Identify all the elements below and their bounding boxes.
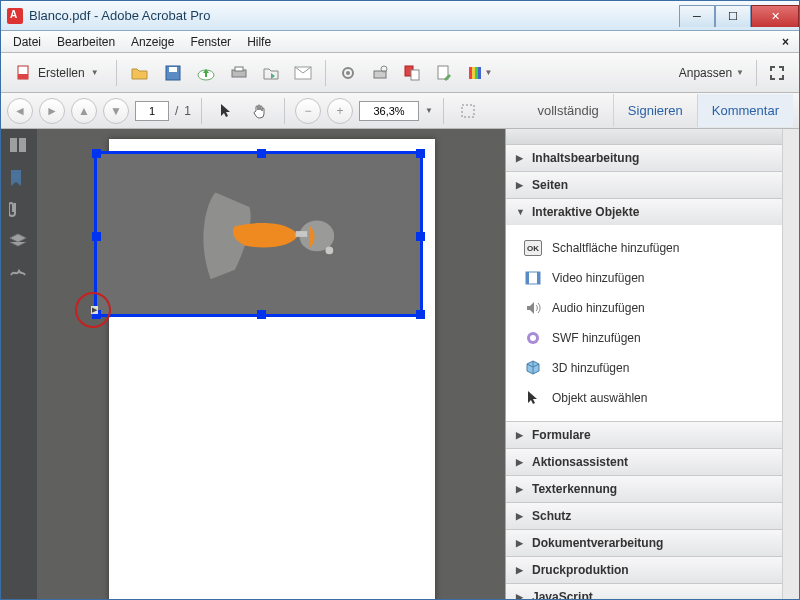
rainbow-icon — [467, 65, 483, 81]
chevron-down-icon: ▼ — [516, 207, 526, 217]
envelope-icon — [294, 66, 312, 80]
section-javascript[interactable]: ▶JavaScript — [506, 584, 782, 599]
tools-panel: ▶Inhaltsbearbeitung ▶Seiten ▼Interaktive… — [505, 129, 799, 599]
resize-handle-e[interactable] — [416, 232, 425, 241]
menu-help[interactable]: Hilfe — [239, 32, 279, 52]
resize-handle-s[interactable] — [257, 310, 266, 319]
close-button[interactable]: ✕ — [751, 5, 799, 27]
marquee-zoom-button[interactable] — [454, 97, 482, 125]
section-content-editing[interactable]: ▶Inhaltsbearbeitung — [506, 145, 782, 171]
section-doc-processing[interactable]: ▶Dokumentverarbeitung — [506, 530, 782, 556]
tool-add-3d[interactable]: 3D hinzufügen — [506, 353, 782, 383]
edit-doc-button[interactable] — [430, 59, 458, 87]
gear-print-button[interactable] — [366, 59, 394, 87]
attachments-icon[interactable] — [9, 201, 29, 219]
svg-rect-23 — [296, 231, 308, 237]
marquee-icon — [460, 103, 476, 119]
panel-grip[interactable] — [506, 129, 782, 145]
tool-label: Objekt auswählen — [552, 391, 647, 405]
section-label: Seiten — [532, 178, 568, 192]
document-area[interactable] — [37, 129, 505, 599]
section-ocr[interactable]: ▶Texterkennung — [506, 476, 782, 502]
chevron-right-icon: ▶ — [516, 457, 526, 467]
page-down-button[interactable]: ▼ — [103, 98, 129, 124]
cloud-up-icon — [196, 65, 216, 81]
print-button[interactable] — [225, 59, 253, 87]
section-pages[interactable]: ▶Seiten — [506, 172, 782, 198]
menu-file[interactable]: Datei — [5, 32, 49, 52]
resize-handle-se[interactable] — [416, 310, 425, 319]
panel-scrollbar[interactable] — [782, 129, 799, 599]
select-tool-button[interactable] — [212, 97, 240, 125]
speaker-icon — [524, 300, 542, 316]
create-button[interactable]: Erstellen ▼ — [7, 59, 108, 87]
hand-icon — [252, 103, 268, 119]
annotation-circle — [75, 292, 111, 328]
prev-view-button[interactable]: ◄ — [7, 98, 33, 124]
save-button[interactable] — [159, 59, 187, 87]
page-up-button[interactable]: ▲ — [71, 98, 97, 124]
section-action-wizard[interactable]: ▶Aktionsassistent — [506, 449, 782, 475]
printer-icon — [230, 65, 248, 81]
menu-edit[interactable]: Bearbeiten — [49, 32, 123, 52]
rainbow-button[interactable]: ▼ — [462, 59, 498, 87]
resize-handle-nw[interactable] — [92, 149, 101, 158]
thumbnails-icon[interactable] — [9, 137, 29, 155]
dropdown-icon: ▼ — [91, 68, 99, 77]
cursor-icon — [219, 103, 233, 119]
svg-rect-6 — [235, 67, 243, 71]
tool-add-swf[interactable]: SWF hinzufügen — [506, 323, 782, 353]
chevron-right-icon: ▶ — [516, 538, 526, 548]
resize-handle-w[interactable] — [92, 232, 101, 241]
signatures-icon[interactable] — [9, 265, 29, 283]
section-forms[interactable]: ▶Formulare — [506, 422, 782, 448]
selection-box[interactable] — [94, 151, 423, 317]
link-complete[interactable]: vollständig — [523, 94, 612, 127]
menu-window[interactable]: Fenster — [182, 32, 239, 52]
layers-icon[interactable] — [9, 233, 29, 251]
menu-close-doc[interactable]: × — [776, 35, 795, 49]
resize-handle-n[interactable] — [257, 149, 266, 158]
tool-add-video[interactable]: Video hinzufügen — [506, 263, 782, 293]
next-view-button[interactable]: ► — [39, 98, 65, 124]
share-button[interactable] — [257, 59, 285, 87]
chevron-right-icon: ▶ — [516, 592, 526, 599]
chevron-right-icon: ▶ — [516, 180, 526, 190]
menu-view[interactable]: Anzeige — [123, 32, 182, 52]
gear1-button[interactable] — [334, 59, 362, 87]
convert-button[interactable] — [398, 59, 426, 87]
bookmark-icon[interactable] — [9, 169, 29, 187]
svg-rect-20 — [10, 138, 17, 152]
tool-select-object[interactable]: Objekt auswählen — [506, 383, 782, 413]
customize-button[interactable]: Anpassen — [679, 66, 732, 80]
svg-point-29 — [530, 335, 536, 341]
section-label: Inhaltsbearbeitung — [532, 151, 639, 165]
menu-bar: Datei Bearbeiten Anzeige Fenster Hilfe × — [1, 31, 799, 53]
maximize-button[interactable]: ☐ — [715, 5, 751, 27]
tool-add-audio[interactable]: Audio hinzufügen — [506, 293, 782, 323]
section-print-production[interactable]: ▶Druckproduktion — [506, 557, 782, 583]
fullscreen-icon[interactable] — [769, 65, 785, 81]
resize-handle-ne[interactable] — [416, 149, 425, 158]
zoom-out-button[interactable]: − — [295, 98, 321, 124]
folder-open-icon — [130, 64, 150, 82]
save-cloud-button[interactable] — [191, 59, 221, 87]
cube-icon — [524, 360, 542, 376]
hand-tool-button[interactable] — [246, 97, 274, 125]
link-sign[interactable]: Signieren — [613, 94, 697, 127]
section-interactive-objects[interactable]: ▼Interaktive Objekte — [506, 199, 782, 225]
zoom-in-button[interactable]: + — [327, 98, 353, 124]
svg-rect-26 — [526, 272, 529, 284]
section-protection[interactable]: ▶Schutz — [506, 503, 782, 529]
open-button[interactable] — [125, 59, 155, 87]
link-comment[interactable]: Kommentar — [697, 94, 793, 127]
minimize-button[interactable]: ─ — [679, 5, 715, 27]
ok-button-icon: OK — [524, 240, 542, 256]
email-button[interactable] — [289, 59, 317, 87]
zoom-value: 36,3% — [373, 105, 404, 117]
section-label: Druckproduktion — [532, 563, 629, 577]
page-separator: / — [175, 104, 178, 118]
zoom-select[interactable]: 36,3% — [359, 101, 419, 121]
tool-add-button[interactable]: OKSchaltfläche hinzufügen — [506, 233, 782, 263]
page-number-input[interactable] — [135, 101, 169, 121]
